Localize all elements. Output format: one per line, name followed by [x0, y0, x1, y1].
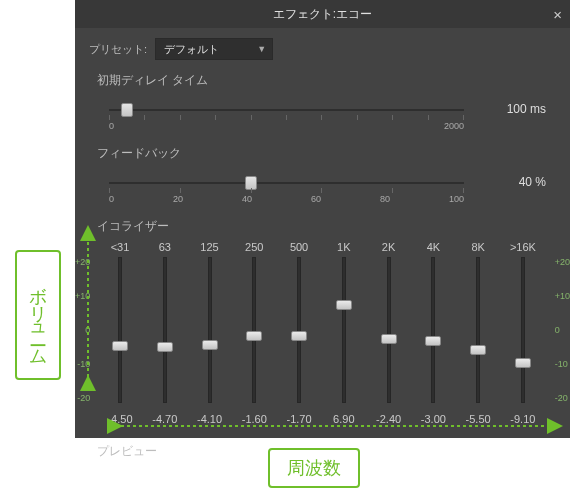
- delay-scale-min: 0: [109, 121, 114, 131]
- eq-track: [431, 257, 435, 403]
- eq-band-125[interactable]: [189, 257, 231, 403]
- delay-ticks: [109, 115, 464, 120]
- delay-scale-labels: 0 2000: [109, 121, 464, 131]
- eq-thumb[interactable]: [470, 345, 486, 355]
- eq-band->16K[interactable]: [502, 257, 544, 403]
- eq-freq-label: 125: [189, 241, 231, 253]
- delay-value: 100 ms: [507, 102, 546, 116]
- preset-select[interactable]: デフォルト ▼: [155, 38, 273, 60]
- eq-thumb[interactable]: [157, 342, 173, 352]
- eq-scale-tick: +10: [555, 291, 570, 301]
- eq-freq-label: 63: [144, 241, 186, 253]
- feedback-tick-label: 60: [311, 194, 321, 204]
- eq-track: [521, 257, 525, 403]
- eq-band-250[interactable]: [233, 257, 275, 403]
- delay-track: [109, 109, 464, 111]
- eq-band-4K[interactable]: [412, 257, 454, 403]
- eq-band-8K[interactable]: [457, 257, 499, 403]
- eq-track: [118, 257, 122, 403]
- feedback-tick-label: 80: [380, 194, 390, 204]
- feedback-tick-label: 100: [449, 194, 464, 204]
- delay-scale-max: 2000: [444, 121, 464, 131]
- feedback-value: 40 %: [519, 175, 546, 189]
- eq-thumb[interactable]: [515, 358, 531, 368]
- feedback-scale-labels: 020406080100: [109, 194, 464, 204]
- eq-track: [476, 257, 480, 403]
- eq-thumb[interactable]: [202, 340, 218, 350]
- eq-thumb[interactable]: [425, 336, 441, 346]
- preset-value: デフォルト: [164, 42, 219, 57]
- feedback-ticks: [109, 188, 464, 193]
- equalizer: <31631252505001K2K4K8K>16K +20+100-10-20…: [89, 241, 556, 425]
- eq-scale-tick: -20: [77, 393, 90, 403]
- feedback-track: [109, 182, 464, 184]
- feedback-tick-label: 20: [173, 194, 183, 204]
- eq-scale-tick: +20: [555, 257, 570, 267]
- eq-scale-tick: 0: [555, 325, 560, 335]
- delay-label: 初期ディレイ タイム: [97, 72, 556, 89]
- titlebar: エフェクト:エコー ×: [75, 0, 570, 28]
- eq-freq-label: <31: [99, 241, 141, 253]
- callout-volume: ボリューム: [15, 250, 61, 380]
- chevron-down-icon: ▼: [257, 44, 266, 54]
- eq-thumb[interactable]: [246, 331, 262, 341]
- volume-arrow: [80, 228, 96, 392]
- eq-scale-tick: -10: [555, 359, 568, 369]
- callout-frequency: 周波数: [268, 448, 360, 488]
- eq-freq-label: 8K: [457, 241, 499, 253]
- frequency-arrow: [110, 418, 560, 438]
- feedback-slider[interactable]: 020406080100 40 %: [99, 168, 556, 212]
- eq-thumb[interactable]: [112, 341, 128, 351]
- eq-freq-label: 2K: [368, 241, 410, 253]
- eq-thumb[interactable]: [291, 331, 307, 341]
- eq-scale-right: +20+100-10-20: [555, 257, 570, 403]
- feedback-tick-label: 40: [242, 194, 252, 204]
- eq-track: [342, 257, 346, 403]
- preset-row: プリセット: デフォルト ▼: [89, 38, 556, 60]
- eq-track: [163, 257, 167, 403]
- eq-freq-label: 250: [233, 241, 275, 253]
- eq-freq-label: 4K: [412, 241, 454, 253]
- eq-freq-label: 1K: [323, 241, 365, 253]
- close-icon[interactable]: ×: [553, 6, 562, 23]
- eq-track: [297, 257, 301, 403]
- eq-band-1K[interactable]: [323, 257, 365, 403]
- eq-label: イコライザー: [97, 218, 556, 235]
- eq-scale-tick: -20: [555, 393, 568, 403]
- delay-slider[interactable]: 0 2000 100 ms: [99, 95, 556, 139]
- eq-freq-label: 500: [278, 241, 320, 253]
- eq-grid: +20+100-10-20 +20+100-10-20: [99, 257, 544, 403]
- eq-band-63[interactable]: [144, 257, 186, 403]
- eq-thumb[interactable]: [336, 300, 352, 310]
- eq-band-<31[interactable]: [99, 257, 141, 403]
- eq-track: [208, 257, 212, 403]
- preset-label: プリセット:: [89, 42, 147, 57]
- eq-track: [387, 257, 391, 403]
- eq-thumb[interactable]: [381, 334, 397, 344]
- effects-echo-panel: エフェクト:エコー × プリセット: デフォルト ▼ 初期ディレイ タイム 0 …: [75, 0, 570, 438]
- eq-freq-header: <31631252505001K2K4K8K>16K: [99, 241, 544, 253]
- feedback-label: フィードバック: [97, 145, 556, 162]
- panel-title: エフェクト:エコー: [273, 6, 372, 23]
- eq-track: [252, 257, 256, 403]
- eq-freq-label: >16K: [502, 241, 544, 253]
- feedback-tick-label: 0: [109, 194, 114, 204]
- eq-band-2K[interactable]: [368, 257, 410, 403]
- eq-band-500[interactable]: [278, 257, 320, 403]
